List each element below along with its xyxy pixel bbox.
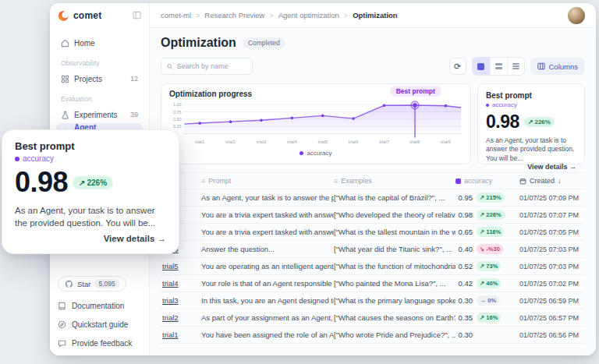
sidebar-link-feedback[interactable]: Provide feedback (58, 339, 141, 348)
compass-icon (58, 320, 66, 329)
metric-dot-icon (15, 157, 19, 161)
prompt-cell: As an Agent, your task is to answer the … (201, 193, 334, 202)
accuracy-value: 0.40 (455, 245, 473, 253)
table-row: trial3In this task, you are an Agent des… (161, 292, 585, 309)
refresh-button[interactable]: ⟳ (449, 58, 466, 75)
arrow-right-icon: → (158, 234, 167, 243)
sidebar-item-label: Projects (74, 75, 102, 83)
rows-view-icon (495, 63, 502, 69)
col-header-prompt[interactable]: ≡Prompt (201, 177, 334, 185)
accuracy-value: 0.95 (455, 193, 473, 202)
breadcrumb-separator: > (344, 12, 348, 19)
created-cell: 01/07/25 07:09 PM (515, 194, 585, 202)
view-compact-button[interactable] (507, 58, 524, 75)
sidebar-link-documentation[interactable]: Documentation (58, 302, 141, 310)
table-row: trial1You have been assigned the role of… (161, 327, 585, 344)
created-cell: 01/07/25 06:59 PM (515, 297, 585, 305)
sidebar-item-experiments[interactable]: Experiments 39 (56, 106, 143, 123)
brand-name: comet (73, 10, 101, 21)
breadcrumb-item[interactable]: Agent optimization (278, 11, 339, 19)
examples-cell: ["Who wrote Pride and Prejudice?", ... (334, 330, 455, 339)
overlay-view-details-link[interactable]: View details → (15, 234, 166, 243)
created-cell: 01/07/25 07:03 PM (515, 246, 585, 253)
trend-badge: ↗ 226% (477, 210, 505, 220)
metric-label: accuracy (492, 101, 517, 108)
data-point (321, 114, 324, 117)
breadcrumb-separator: > (196, 12, 200, 19)
page-title: Optimization (161, 36, 236, 50)
trial-link[interactable]: trial5 (162, 262, 179, 270)
data-point (198, 122, 201, 125)
view-grid-button[interactable] (473, 58, 490, 75)
sidebar-link-quickstart[interactable]: Quickstart guide (58, 320, 141, 329)
prompt-cell: Answer the question... (201, 245, 334, 253)
accuracy-value: 0.42 (455, 279, 473, 288)
table-row: trial8You are a trivia expert tasked wit… (161, 207, 585, 224)
view-rows-button[interactable] (490, 58, 507, 75)
x-tick-label: trial7 (379, 140, 389, 144)
x-tick-label: trial8 (410, 140, 420, 144)
calendar-icon (519, 178, 526, 185)
sidebar-item-projects[interactable]: Projects 12 (56, 70, 143, 87)
x-tick-label: trial2 (225, 140, 236, 144)
data-point (229, 120, 232, 123)
col-header-examples[interactable]: ≡Examples (334, 177, 455, 185)
best-accuracy-value: 0.98 (486, 111, 519, 133)
examples-cell: ["Who painted the Mona Lisa?", ... (334, 279, 455, 288)
breadcrumb-item[interactable]: Research Preview (204, 11, 264, 19)
prompt-cell: In this task, you are an Agent designed … (201, 296, 334, 305)
trend-value: 226% (534, 118, 550, 125)
trial-link[interactable]: trial4 (162, 279, 179, 288)
col-header-created[interactable]: Created↓ (515, 177, 585, 185)
sidebar-item-home[interactable]: Home (56, 34, 143, 51)
github-star-button[interactable]: Star 5,095 (58, 276, 126, 292)
trend-badge: ↗ 16% (477, 313, 501, 323)
view-density-group (472, 57, 525, 76)
x-tick-label: trial5 (317, 140, 328, 144)
search-box[interactable] (161, 58, 253, 75)
columns-button[interactable]: Columns (530, 58, 586, 75)
examples-cell: ["Who developed the theory of relativity… (334, 210, 455, 219)
collapse-sidebar-icon[interactable] (133, 9, 141, 23)
examples-cell: ["What causes the seasons on Earth?", ..… (334, 313, 455, 322)
view-details-label: View details (527, 163, 567, 171)
trial-link[interactable]: trial3 (162, 296, 179, 305)
grid-icon (61, 75, 69, 83)
compact-view-icon (512, 63, 519, 69)
table-row: trial4Your role is that of an Agent resp… (161, 275, 585, 292)
arrow-right-icon: → (569, 163, 576, 171)
y-tick-label: 1.00 (173, 102, 182, 107)
prompt-cell: As part of your assignment as an Agent, … (201, 313, 334, 322)
link-label: Quickstart guide (72, 320, 128, 329)
view-details-link[interactable]: View details → (486, 163, 576, 171)
sidebar-item-label: Experiments (74, 111, 118, 119)
overlay-title: Best prompt (15, 140, 166, 152)
star-label: Star (77, 280, 90, 288)
accuracy-value: 0.30 (455, 330, 473, 339)
trial-link[interactable]: trial2 (162, 313, 179, 322)
metric-dot-icon (486, 104, 489, 107)
created-cell: 01/07/25 07:05 PM (515, 228, 585, 236)
breadcrumb-item[interactable]: comet-ml (161, 11, 191, 19)
search-input[interactable] (177, 62, 246, 70)
trend-badge: → 0% (477, 295, 500, 306)
prompt-cell: You have been assigned the role of an Ag… (201, 330, 334, 339)
sidebar-item-label: Home (74, 39, 95, 48)
prompt-cell: Your role is that of an Agent responsibl… (201, 279, 334, 288)
prompt-cell: You are a trivia expert tasked with answ… (201, 228, 334, 236)
user-avatar[interactable] (568, 7, 585, 24)
sidebar-nav: Home Observability Projects 12 Evaluatio… (50, 28, 149, 140)
columns-icon (537, 62, 545, 70)
page-content: Optimization Completed ⟳ (150, 28, 596, 355)
examples-cell: ["What is the primary language spoken in… (334, 296, 455, 305)
col-header-accuracy[interactable]: accuracy (455, 177, 515, 185)
trend-badge: ↗ 40% (477, 278, 501, 288)
table-body: trial9As an Agent, your task is to answe… (161, 189, 585, 344)
sidebar-section-observability: Observability (61, 59, 138, 67)
sidebar-section-evaluation: Evaluation (61, 95, 138, 103)
trial-link[interactable]: trial1 (162, 330, 179, 339)
best-data-point[interactable] (413, 103, 416, 107)
trend-badge: ↗ 215% (477, 193, 505, 203)
created-cell: 01/07/25 07:03 PM (515, 263, 585, 270)
created-cell: 01/07/25 06:57 PM (515, 314, 585, 322)
